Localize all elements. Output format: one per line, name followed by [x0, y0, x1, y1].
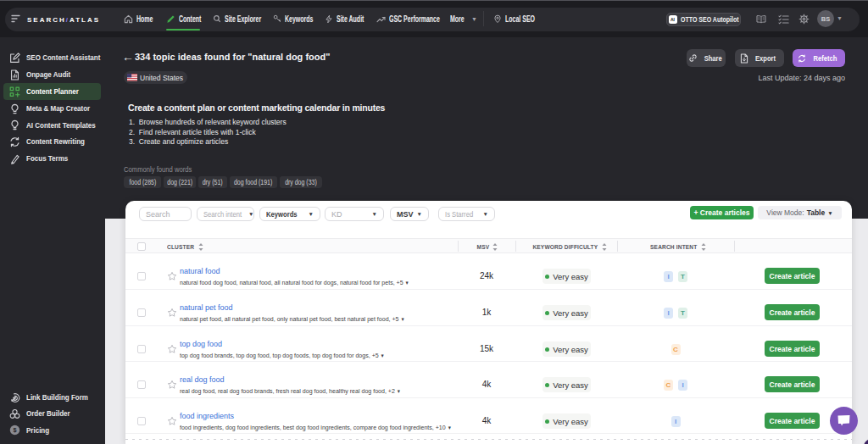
svg-text:$: $	[13, 426, 16, 434]
